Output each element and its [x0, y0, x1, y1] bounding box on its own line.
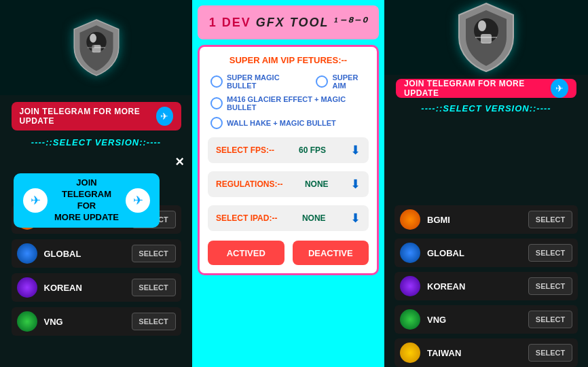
reg-row[interactable]: REGULATIONS:-- NONE ⬇ [208, 171, 369, 197]
left-telegram-text: JOIN TELEGRAM FOR MORE UPDATE [20, 107, 157, 126]
left-telegram-button[interactable]: JOIN TELEGRAM FOR MORE UPDATE ✈ [12, 102, 181, 130]
version-select-btn[interactable]: SELECT [528, 344, 572, 362]
right-version-row: TAIWAN SELECT [394, 338, 578, 367]
version-avatar [400, 343, 420, 363]
right-top-banner [384, 0, 588, 75]
version-avatar [400, 243, 420, 263]
version-select-btn[interactable]: SELECT [528, 311, 572, 328]
right-version-row: BGMI SELECT [394, 205, 578, 234]
radio-label-m416: M416 GLACIER EFFECT + MAGIC BULLET [227, 95, 369, 111]
left-select-version-label: ----::SELECT VERSION::---- [31, 137, 161, 147]
right-telegram-button[interactable]: JOIN TELEGRAM FOR MORE UPDATE ✈ [396, 79, 576, 98]
svg-rect-7 [481, 34, 492, 43]
middle-panel: 1 DEV GFX TOOL ¹⁻⁸⁻⁰ SUPER AIM VIP FETUR… [192, 0, 384, 367]
deactive-button[interactable]: DEACTIVE [293, 241, 369, 265]
floating-telegram-right-icon: ✈ [126, 188, 150, 213]
right-version-row: VNG SELECT [394, 305, 578, 334]
svg-point-1 [90, 34, 96, 43]
actived-button[interactable]: ACTIVED [208, 241, 284, 265]
right-telegram-text: JOIN TELEGRAM FOR MORE UPDATE [404, 79, 551, 98]
radio-circle-m416 [210, 97, 223, 109]
fps-row[interactable]: SELECT FPS:-- 60 FPS ⬇ [208, 137, 369, 163]
reg-value: NONE [305, 179, 329, 189]
ipad-value: NONE [302, 213, 326, 223]
right-version-row: GLOBAL SELECT [394, 239, 578, 267]
version-name: VNG [44, 317, 125, 327]
middle-header: 1 DEV GFX TOOL ¹⁻⁸⁻⁰ [198, 5, 379, 39]
right-version-row: KOREAN SELECT [394, 272, 578, 300]
right-version-list: BGMI SELECT GLOBAL SELECT KOREAN SELECT … [394, 205, 578, 367]
radio-option-wall-hake[interactable]: WALL HAKE + MAGIC BULLET [208, 117, 369, 129]
version-select-btn[interactable]: SELECT [132, 313, 176, 330]
shield-icon-right [452, 0, 520, 75]
radio-row-pair-1: SUPER MAGIC BULLET SUPER AIM [208, 73, 369, 90]
version-select-btn[interactable]: SELECT [528, 211, 572, 228]
version-avatar [17, 277, 37, 298]
middle-card: SUPER AIM VIP FETURES:-- SUPER MAGIC BUL… [198, 45, 379, 275]
radio-label-magic-bullet: SUPER MAGIC BULLET [227, 73, 302, 90]
svg-rect-4 [88, 43, 94, 48]
right-panel: JOIN TELEGRAM FOR MORE UPDATE ✈ ----::SE… [384, 0, 588, 367]
floating-telegram-left-icon: ✈ [23, 188, 48, 213]
left-version-row: VNG SELECT [12, 307, 181, 336]
version-avatar [17, 311, 37, 332]
shield-icon-left [66, 17, 127, 78]
left-top-banner [0, 0, 192, 95]
left-version-row: GLOBAL SELECT [12, 239, 181, 268]
reg-label: REGULATIONS:-- [216, 179, 282, 189]
ipad-row[interactable]: SELECT IPAD:-- NONE ⬇ [208, 205, 369, 231]
version-name: BGMI [427, 215, 521, 225]
version-name: KOREAN [427, 281, 521, 292]
action-buttons: ACTIVED DEACTIVE [208, 241, 369, 265]
radio-option-super-aim[interactable]: SUPER AIM [316, 73, 369, 90]
floating-telegram-popup: ✈ JOIN TELEGRAM FORMORE UPDATE ✈ [14, 173, 160, 228]
radio-label-super-aim: SUPER AIM [332, 73, 369, 90]
version-name: KOREAN [44, 283, 125, 293]
version-avatar [400, 309, 420, 330]
version-select-btn[interactable]: SELECT [528, 277, 572, 295]
fps-value: 60 FPS [299, 145, 326, 155]
version-select-btn[interactable]: SELECT [528, 244, 572, 262]
version-avatar [400, 276, 420, 296]
close-icon[interactable]: × [175, 153, 184, 171]
radio-circle-wall-hake [210, 117, 223, 129]
ipad-label: SELECT IPAD:-- [216, 213, 277, 223]
radio-circle-magic-bullet [210, 75, 223, 88]
right-select-version-label: ----::SELECT VERSION::---- [384, 103, 588, 200]
svg-point-6 [478, 20, 486, 31]
tool-brand: 1 DEV [209, 16, 251, 29]
left-telegram-icon: ✈ [156, 107, 172, 126]
version-name: VNG [427, 315, 521, 325]
tool-subtitle: GFX TOOL ¹⁻⁸⁻⁰ [251, 16, 367, 29]
version-select-btn[interactable]: SELECT [132, 245, 176, 262]
right-telegram-icon: ✈ [551, 79, 568, 98]
left-version-row: KOREAN SELECT [12, 273, 181, 302]
version-avatar [400, 209, 420, 230]
version-avatar [17, 243, 37, 264]
left-panel: JOIN TELEGRAM FOR MORE UPDATE ✈ ----::SE… [0, 0, 192, 367]
reg-dropdown-icon: ⬇ [350, 177, 361, 192]
radio-option-magic-bullet[interactable]: SUPER MAGIC BULLET [210, 73, 302, 90]
version-name: GLOBAL [44, 249, 125, 259]
radio-circle-super-aim [316, 75, 328, 88]
fps-dropdown-icon: ⬇ [350, 143, 361, 158]
card-section-title: SUPER AIM VIP FETURES:-- [208, 55, 369, 65]
version-select-btn[interactable]: SELECT [132, 279, 176, 296]
ipad-dropdown-icon: ⬇ [350, 211, 361, 226]
tool-title: 1 DEV GFX TOOL ¹⁻⁸⁻⁰ [209, 15, 367, 30]
radio-option-m416[interactable]: M416 GLACIER EFFECT + MAGIC BULLET [208, 95, 369, 111]
floating-telegram-text: JOIN TELEGRAM FORMORE UPDATE [53, 177, 120, 224]
version-name: TAIWAN [427, 348, 521, 358]
version-name: GLOBAL [427, 248, 521, 258]
radio-label-wall-hake: WALL HAKE + MAGIC BULLET [227, 119, 336, 127]
fps-label: SELECT FPS:-- [216, 145, 274, 155]
